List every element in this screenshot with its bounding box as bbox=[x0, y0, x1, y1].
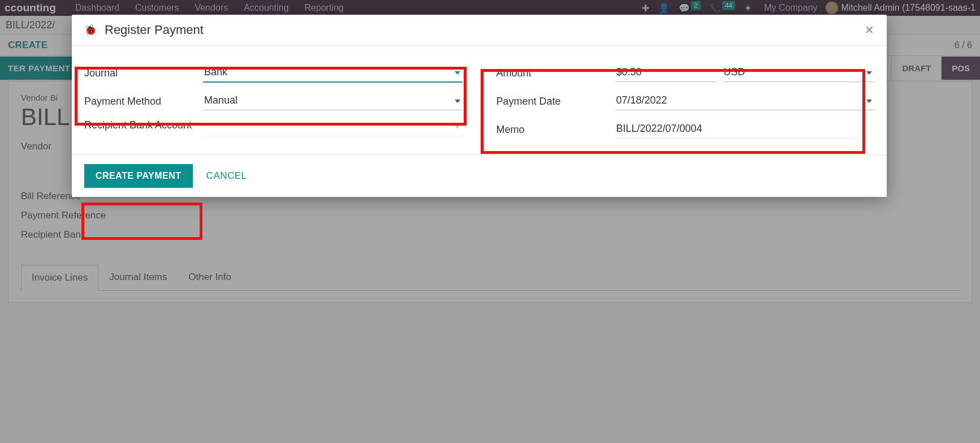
payment-method-label: Payment Method bbox=[84, 96, 203, 107]
currency-input[interactable] bbox=[723, 64, 875, 82]
memo-label: Memo bbox=[497, 124, 615, 136]
payment-method-input[interactable] bbox=[203, 92, 463, 110]
close-icon[interactable]: ✕ bbox=[865, 23, 874, 37]
modal-header: 🐞 Register Payment ✕ bbox=[72, 15, 887, 46]
cancel-button[interactable]: CANCEL bbox=[206, 170, 247, 182]
bug-icon[interactable]: 🐞 bbox=[84, 24, 97, 36]
register-payment-modal: 🐞 Register Payment ✕ Journal Payment Met… bbox=[72, 15, 887, 197]
modal-body: Journal Payment Method Recipient Bank Ac… bbox=[72, 46, 887, 154]
modal-footer: CREATE PAYMENT CANCEL bbox=[72, 154, 887, 197]
journal-input[interactable] bbox=[203, 64, 463, 83]
recipient-bank-account-label: Recipient Bank Account bbox=[84, 118, 203, 132]
journal-field-label: Journal bbox=[84, 67, 203, 79]
memo-input[interactable] bbox=[615, 121, 875, 139]
create-payment-button[interactable]: CREATE PAYMENT bbox=[84, 164, 193, 188]
chevron-down-icon[interactable] bbox=[455, 126, 460, 129]
modal-title: Register Payment bbox=[105, 23, 204, 37]
recipient-bank-account-input[interactable] bbox=[203, 118, 463, 136]
payment-date-label: Payment Date bbox=[497, 96, 615, 107]
chevron-down-icon[interactable] bbox=[455, 100, 460, 103]
payment-date-input[interactable] bbox=[615, 92, 875, 110]
chevron-down-icon[interactable] bbox=[866, 100, 872, 103]
amount-input[interactable] bbox=[615, 64, 717, 82]
chevron-down-icon[interactable] bbox=[866, 71, 872, 75]
chevron-down-icon[interactable] bbox=[455, 71, 460, 75]
amount-label: Amount bbox=[497, 67, 615, 79]
